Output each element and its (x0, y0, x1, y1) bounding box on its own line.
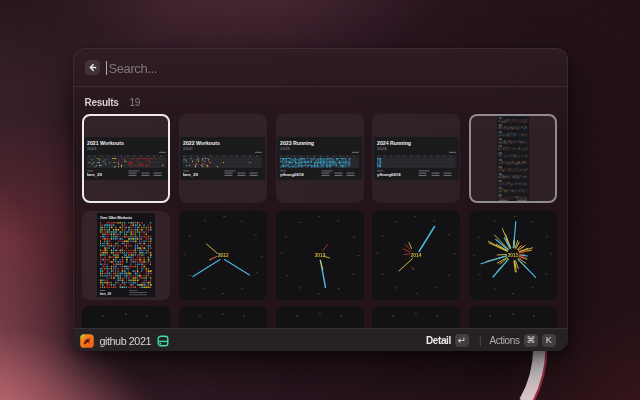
svg-text:2024 Running: 2024 Running (377, 140, 411, 146)
svg-text:2014: 2014 (411, 253, 422, 258)
svg-text:2022: 2022 (183, 146, 193, 151)
svg-text:2013: 2013 (314, 253, 325, 258)
svg-text:yihong0618: yihong0618 (280, 172, 304, 177)
svg-text:2021 Workouts: 2021 Workouts (87, 140, 124, 146)
svg-text:2015: 2015 (508, 253, 519, 258)
svg-text:2021: 2021 (87, 146, 97, 151)
svg-text:ben_29: ben_29 (100, 292, 111, 296)
svg-text:2023 Running: 2023 Running (280, 140, 314, 146)
svg-text:2023: 2023 (280, 146, 290, 151)
svg-text:2012: 2012 (217, 253, 228, 258)
svg-text:ben_29: ben_29 (87, 172, 102, 177)
svg-text:Over 10km Workouts: Over 10km Workouts (100, 216, 132, 220)
svg-text:ben_29: ben_29 (183, 172, 198, 177)
svg-text:2024: 2024 (377, 146, 387, 151)
svg-text:yihong0618: yihong0618 (377, 172, 401, 177)
svg-text:2022 Workouts: 2022 Workouts (183, 140, 220, 146)
